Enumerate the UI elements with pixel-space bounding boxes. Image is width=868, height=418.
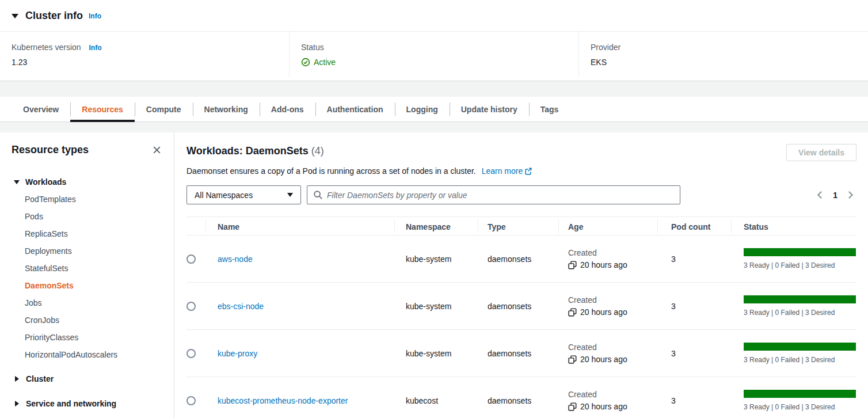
check-circle-icon [301, 58, 310, 67]
cluster-info-panel: Cluster info Info Kubernetes version Inf… [0, 0, 868, 81]
tab-tags[interactable]: Tags [529, 97, 570, 121]
row-radio[interactable] [186, 396, 196, 405]
daemonset-name-link[interactable]: kube-proxy [218, 349, 257, 358]
row-select-cell [186, 396, 205, 405]
external-link-icon [524, 168, 532, 177]
sidebar-group-cluster[interactable]: Cluster [12, 370, 162, 387]
filter-input[interactable] [327, 191, 674, 200]
daemonset-name-link[interactable]: kubecost-prometheus-node-exporter [218, 396, 348, 405]
page-number[interactable]: 1 [833, 191, 837, 200]
age-created-label: Created [568, 295, 597, 305]
tab-overview[interactable]: Overview [12, 97, 70, 121]
column-header-namespace[interactable]: Namespace [394, 217, 478, 236]
kubernetes-version-field: Kubernetes version Info 1.23 [0, 32, 289, 78]
copy-icon[interactable] [568, 261, 577, 269]
workloads-items: PodTemplatesPodsReplicaSetsDeploymentsSt… [12, 191, 162, 363]
sidebar-item-priorityclasses[interactable]: PriorityClasses [12, 329, 162, 346]
row-select-cell [186, 302, 205, 311]
sidebar-item-pods[interactable]: Pods [12, 208, 162, 225]
age-cell: Created 20 hours ago [558, 295, 657, 317]
provider-value: EKS [591, 58, 856, 67]
description: Daemonset ensures a copy of a Pod is run… [186, 166, 856, 177]
cluster-info-info-link[interactable]: Info [89, 12, 101, 20]
learn-more-link[interactable]: Learn more [482, 166, 533, 176]
copy-icon[interactable] [568, 402, 577, 411]
tab-authentication[interactable]: Authentication [315, 97, 395, 121]
table-row: aws-node kube-system daemonsets Created … [186, 235, 856, 283]
type-cell: daemonsets [478, 396, 558, 405]
collapse-caret-icon[interactable] [12, 14, 18, 18]
age-created-label: Created [568, 390, 597, 399]
status-summary: 3 Ready | 0 Failed | 3 Desired [744, 356, 835, 364]
status-cell: 3 Ready | 0 Failed | 3 Desired [731, 295, 856, 317]
copy-icon[interactable] [568, 308, 577, 317]
status-field: Status Active [289, 32, 578, 78]
namespace-cell: kube-system [394, 302, 478, 311]
previous-page-icon[interactable] [815, 190, 825, 200]
sidebar-item-cronjobs[interactable]: CronJobs [12, 311, 162, 329]
kubernetes-version-value: 1.23 [12, 58, 277, 67]
row-radio[interactable] [186, 349, 196, 358]
sidebar-item-podtemplates[interactable]: PodTemplates [12, 191, 162, 208]
cluster-info-title: Cluster info [25, 10, 83, 22]
daemonset-name-link[interactable]: ebs-csi-node [218, 302, 264, 311]
daemonset-name-link[interactable]: aws-node [218, 254, 253, 264]
close-icon[interactable] [152, 145, 162, 155]
status-summary: 3 Ready | 0 Failed | 3 Desired [744, 261, 835, 269]
type-cell: daemonsets [478, 349, 558, 358]
status-summary: 3 Ready | 0 Failed | 3 Desired [744, 309, 835, 317]
name-cell: ebs-csi-node [205, 302, 394, 311]
type-cell: daemonsets [478, 302, 558, 311]
status-cell: 3 Ready | 0 Failed | 3 Desired [731, 390, 856, 411]
age-value: 20 hours ago [580, 307, 627, 317]
view-details-button[interactable]: View details [786, 144, 856, 161]
table-header-row: Name Namespace Type Age Pod count Status [186, 216, 856, 235]
sidebar-item-horizontalpodautoscalers[interactable]: HorizontalPodAutoscalers [12, 346, 162, 363]
status-label: Status [301, 43, 567, 52]
age-created-label: Created [568, 343, 597, 352]
age-value: 20 hours ago [580, 402, 627, 411]
column-header-name[interactable]: Name [205, 217, 394, 236]
table-body: aws-node kube-system daemonsets Created … [186, 235, 856, 418]
daemonsets-panel: Workloads: DaemonSets (4) View details D… [175, 132, 868, 418]
name-cell: kubecost-prometheus-node-exporter [205, 396, 394, 405]
namespace-cell: kubecost [394, 396, 478, 405]
sidebar-item-daemonsets[interactable]: DaemonSets [12, 277, 162, 294]
column-header-type[interactable]: Type [478, 217, 558, 236]
pod-count-cell: 3 [657, 349, 731, 358]
copy-icon[interactable] [568, 355, 577, 364]
tab-compute[interactable]: Compute [135, 97, 193, 121]
status-progress-bar [744, 343, 856, 351]
sidebar-group-workloads[interactable]: Workloads [12, 173, 162, 191]
namespace-select[interactable]: All Namespaces [186, 185, 301, 204]
tab-resources[interactable]: Resources [70, 97, 135, 121]
sidebar-item-statefulsets[interactable]: StatefulSets [12, 260, 162, 277]
tab-add-ons[interactable]: Add-ons [260, 97, 315, 121]
row-radio[interactable] [186, 254, 196, 264]
column-header-pod-count[interactable]: Pod count [657, 217, 731, 236]
tab-networking[interactable]: Networking [193, 97, 260, 121]
column-header-status[interactable]: Status [731, 217, 856, 236]
item-count: (4) [311, 145, 324, 157]
next-page-icon[interactable] [846, 190, 855, 200]
kubernetes-version-info-link[interactable]: Info [89, 44, 102, 52]
sidebar-item-replicasets[interactable]: ReplicaSets [12, 225, 162, 242]
status-progress-bar [744, 390, 856, 398]
sidebar-item-deployments[interactable]: Deployments [12, 242, 162, 260]
status-cell: 3 Ready | 0 Failed | 3 Desired [731, 343, 856, 364]
pod-count-cell: 3 [657, 302, 731, 311]
tab-update-history[interactable]: Update history [450, 97, 529, 121]
status-progress-bar [744, 295, 856, 303]
sidebar-item-jobs[interactable]: Jobs [12, 294, 162, 311]
tab-logging[interactable]: Logging [395, 97, 450, 121]
row-select-cell [186, 349, 205, 358]
column-header-age[interactable]: Age [558, 217, 657, 236]
search-icon [313, 190, 323, 200]
sidebar-group-service-and-networking[interactable]: Service and networking [12, 395, 162, 412]
provider-field: Provider EKS [578, 32, 868, 78]
pod-count-cell: 3 [657, 396, 731, 405]
sidebar-title: Resource types [12, 144, 89, 156]
select-column-header [186, 217, 205, 236]
type-cell: daemonsets [478, 254, 558, 264]
row-radio[interactable] [186, 302, 196, 311]
